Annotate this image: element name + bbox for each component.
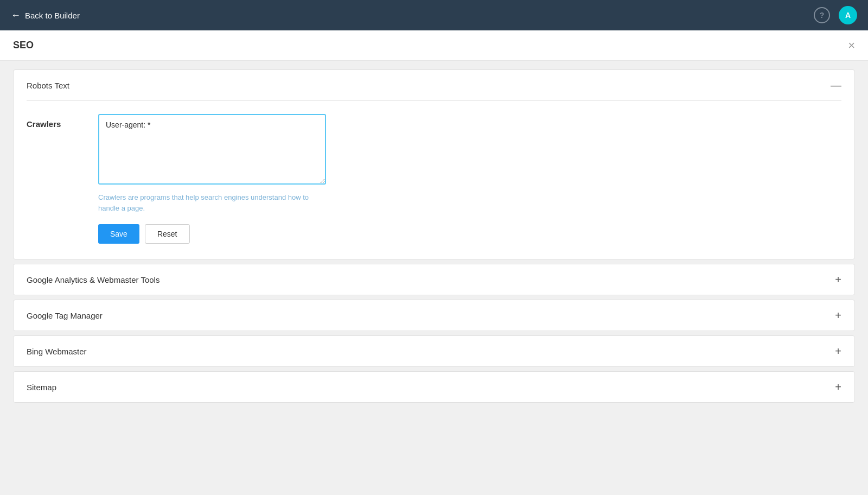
close-button[interactable]: × [848, 40, 855, 52]
help-button[interactable]: ? [814, 7, 830, 23]
robots-text-toggle: — [831, 80, 841, 91]
sitemap-title: Sitemap [27, 383, 56, 392]
avatar[interactable]: A [839, 6, 857, 24]
section-bing-webmaster: Bing Webmaster + [13, 335, 855, 367]
robots-text-header[interactable]: Robots Text — [14, 70, 854, 100]
section-robots-text: Robots Text — Crawlers User-agent: * Cra… [13, 69, 855, 259]
google-tag-manager-toggle: + [835, 310, 841, 321]
bing-webmaster-title: Bing Webmaster [27, 347, 87, 356]
nav-right: ? A [814, 6, 857, 24]
page-header: SEO × [0, 30, 868, 61]
bing-webmaster-header[interactable]: Bing Webmaster + [14, 336, 854, 366]
crawlers-label: Crawlers [27, 114, 81, 129]
save-button[interactable]: Save [98, 224, 139, 244]
google-tag-manager-header[interactable]: Google Tag Manager + [14, 300, 854, 331]
page-title: SEO [13, 40, 34, 51]
bing-webmaster-toggle: + [835, 346, 841, 357]
main-content: Robots Text — Crawlers User-agent: * Cra… [0, 61, 868, 495]
sitemap-header[interactable]: Sitemap + [14, 372, 854, 402]
robots-text-body: Crawlers User-agent: * Crawlers are prog… [14, 101, 854, 259]
crawlers-textarea[interactable]: User-agent: * [98, 114, 326, 185]
google-tag-manager-title: Google Tag Manager [27, 311, 103, 320]
form-actions: Save Reset [98, 224, 326, 244]
back-label: Back to Builder [25, 11, 80, 20]
crawlers-hint: Crawlers are programs that help search e… [98, 192, 315, 213]
google-analytics-header[interactable]: Google Analytics & Webmaster Tools + [14, 264, 854, 295]
section-google-tag-manager: Google Tag Manager + [13, 300, 855, 331]
google-analytics-toggle: + [835, 274, 841, 285]
google-analytics-title: Google Analytics & Webmaster Tools [27, 275, 159, 284]
close-icon: × [848, 39, 855, 52]
help-icon: ? [820, 11, 825, 20]
top-nav: ← Back to Builder ? A [0, 0, 868, 30]
sitemap-toggle: + [835, 382, 841, 392]
section-sitemap: Sitemap + [13, 371, 855, 403]
back-arrow-icon: ← [11, 10, 21, 21]
avatar-initial: A [845, 11, 851, 20]
reset-button[interactable]: Reset [145, 224, 190, 244]
crawlers-row: Crawlers User-agent: * Crawlers are prog… [27, 114, 841, 244]
section-google-analytics: Google Analytics & Webmaster Tools + [13, 264, 855, 295]
back-to-builder-button[interactable]: ← Back to Builder [11, 10, 80, 21]
crawlers-field-group: User-agent: * Crawlers are programs that… [98, 114, 326, 244]
robots-text-title: Robots Text [27, 81, 69, 90]
